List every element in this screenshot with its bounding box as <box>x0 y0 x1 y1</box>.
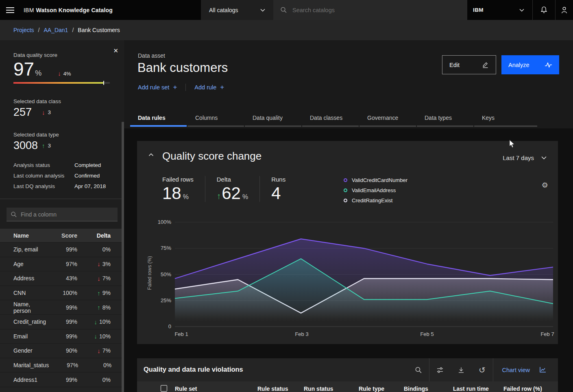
table-row[interactable]: Email99%↓10% <box>0 329 124 344</box>
column-delta: ↓7% <box>77 347 111 354</box>
column-header-delta: Delta <box>77 232 111 239</box>
chart-card-title: Quality score change <box>162 150 261 162</box>
dq-score-label: Data quality score <box>13 52 71 58</box>
stat-value-row: ↑62% <box>217 185 248 202</box>
time-range-selector[interactable]: Last 7 days <box>503 154 547 161</box>
add-rule-set-link[interactable]: Add rule set + <box>138 83 177 91</box>
up-arrow-icon: ↑ <box>97 290 100 297</box>
search-input[interactable] <box>292 7 447 13</box>
hamburger-icon <box>6 6 14 15</box>
violations-column-header: Rule set <box>175 386 197 392</box>
tab-keys[interactable]: Keys <box>474 115 537 127</box>
gear-icon[interactable]: ⚙ <box>542 181 548 190</box>
sidebar-divider <box>0 199 124 199</box>
table-row[interactable]: CNN100%↑9% <box>0 286 124 300</box>
legend-label: ValidCreditCardNumber <box>352 177 407 183</box>
table-row[interactable]: Marital_status97%0% <box>0 358 124 373</box>
find-column-input[interactable] <box>21 211 110 218</box>
x-tick-label: Feb 1 <box>174 331 188 337</box>
collapse-chevron-icon[interactable] <box>148 153 154 156</box>
column-delta-value: 0% <box>103 362 111 368</box>
close-icon[interactable]: ✕ <box>113 47 118 54</box>
analyze-button[interactable]: Analyze <box>501 55 559 74</box>
tab-columns[interactable]: Columns <box>187 115 244 127</box>
notifications-button[interactable] <box>532 0 555 20</box>
search-icon <box>415 366 422 374</box>
column-delta: ↓3% <box>77 260 111 267</box>
columns-table: NameScoreDelta Zip, email99%0%Age97%↓3%A… <box>0 229 124 392</box>
breadcrumb: Projects/AA_Dan1/Bank Customers <box>0 20 573 40</box>
tab-data-classes[interactable]: Data classes <box>302 115 359 127</box>
table-row[interactable]: Address43%↓7% <box>0 271 124 286</box>
account-selector[interactable]: IBM <box>467 0 532 20</box>
tab-data-rules[interactable]: Data rules <box>130 115 187 127</box>
violations-title: Quality and data rule violations <box>144 366 243 373</box>
columns-table-header: NameScoreDelta <box>0 229 124 242</box>
y-tick-label: 75% <box>161 245 171 251</box>
legend-item[interactable]: ValidCreditCardNumber <box>344 175 407 185</box>
add-rule-link[interactable]: Add rule + <box>194 83 224 91</box>
tab-data-types[interactable]: Data types <box>417 115 473 127</box>
stat-runs: Runs4 <box>271 176 297 202</box>
filter-settings-button[interactable] <box>429 358 451 381</box>
violations-column-header: Run status <box>304 386 333 392</box>
y-tick-label: 0 <box>168 323 171 329</box>
y-axis-ticks: 100%75%50%25%0 <box>137 222 171 327</box>
column-score: 99% <box>48 333 77 340</box>
download-button[interactable] <box>451 358 472 381</box>
brand-name: Watson Knowledge Catalog <box>36 7 113 13</box>
table-row[interactable]: Zip, email99%0% <box>0 242 124 257</box>
down-arrow-icon: ↓ <box>42 109 45 116</box>
analysis-status-row: Analysis statusCompleted <box>13 162 115 168</box>
asset-tabs: Data rulesColumnsData qualityData classe… <box>130 115 537 127</box>
table-row[interactable]: Age97%↓3% <box>0 257 124 271</box>
violations-column-header: Failed row (%) <box>503 386 542 392</box>
table-row[interactable]: Name, person99%↑8% <box>0 300 124 314</box>
select-all-checkbox[interactable] <box>161 385 167 392</box>
chart-view-toggle[interactable]: Chart view <box>493 366 558 373</box>
data-type-label: Selected data type <box>13 132 59 138</box>
breadcrumb-item[interactable]: AA_Dan1 <box>44 27 68 33</box>
main-panel: Data asset Bank customers Add rule set +… <box>124 40 573 392</box>
violations-header: Quality and data rule violations ↺ <box>137 358 558 381</box>
table-search-button[interactable] <box>408 358 429 381</box>
chevron-down-icon <box>541 156 547 160</box>
status-value: Apr 07, 2018 <box>74 183 106 189</box>
legend-item[interactable]: CreditRatingExist <box>344 195 407 206</box>
up-arrow-icon: ↑ <box>97 304 100 311</box>
dq-score-value: 97 <box>13 59 34 79</box>
stat-unit: % <box>242 193 248 201</box>
top-nav: IBM Watson Knowledge Catalog All catalog… <box>0 0 573 20</box>
edit-button[interactable]: Edit <box>442 55 496 74</box>
column-delta: ↑9% <box>77 290 111 297</box>
plus-icon: + <box>220 83 224 91</box>
tab-label: Data classes <box>302 115 359 121</box>
table-row[interactable]: ↑ <box>0 387 124 392</box>
breadcrumb-item[interactable]: Projects <box>13 27 34 33</box>
menu-icon[interactable] <box>0 0 20 20</box>
quality-score-change-card: Quality score change Last 7 days Failed … <box>137 141 558 344</box>
column-delta: ↑8% <box>77 304 111 311</box>
stat-label: Failed rows <box>162 176 194 183</box>
table-row[interactable]: Credit_rating99%↓10% <box>0 314 124 329</box>
reset-refresh-button[interactable]: ↺ <box>472 358 493 381</box>
data-class-value: 257 <box>13 106 42 119</box>
search-icon <box>11 211 17 218</box>
down-arrow-icon: ↓ <box>58 70 61 77</box>
catalog-selector[interactable]: All catalogs <box>201 0 273 20</box>
tab-governance[interactable]: Governance <box>359 115 416 127</box>
user-profile-button[interactable] <box>555 0 573 20</box>
violations-card: Quality and data rule violations ↺ <box>137 358 558 392</box>
data-type-value: 3008 <box>13 139 42 152</box>
table-row[interactable]: Gender90%↓7% <box>0 343 124 358</box>
stat-label: Delta <box>217 176 248 183</box>
column-header-score: Score <box>48 232 77 239</box>
tab-data-quality[interactable]: Data quality <box>245 115 301 127</box>
table-row[interactable]: Address199%0% <box>0 372 124 387</box>
column-delta-value: 3% <box>102 261 111 267</box>
column-delta-value: 0% <box>102 246 111 253</box>
score-gradient-bar <box>13 82 110 84</box>
legend-item[interactable]: ValidEmailAddress <box>344 185 407 195</box>
column-name: Marital_status <box>13 362 49 368</box>
score-marker <box>103 81 104 85</box>
